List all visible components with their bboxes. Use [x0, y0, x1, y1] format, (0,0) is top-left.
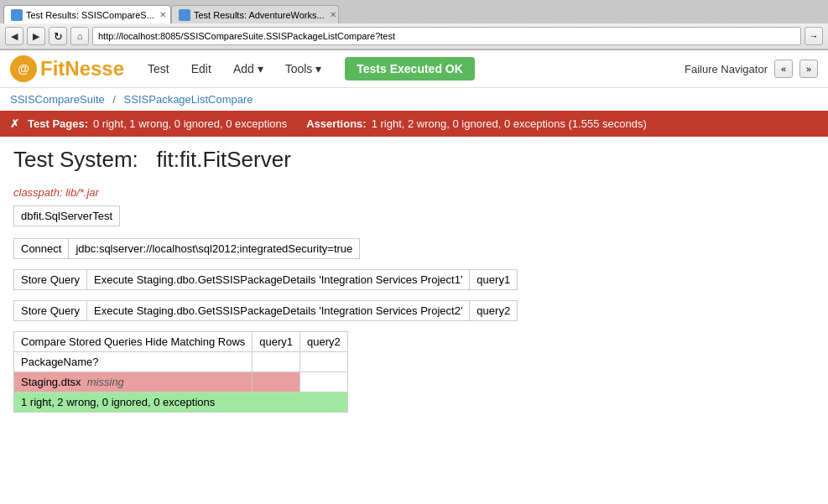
compare-col-empty-1 [253, 352, 300, 372]
browser-tabs: Test Results: SSISCompareS... ✕ Test Res… [0, 0, 828, 23]
store-query-var-1: query1 [470, 270, 518, 290]
class-name-box: dbfit.SqlServerTest [13, 205, 120, 226]
store-query-command-1: Execute Staging.dbo.GetSSISPackageDetail… [87, 270, 470, 290]
logo-icon: @ [10, 55, 37, 82]
compare-header-q1: query1 [253, 332, 300, 352]
main-content: Test System: fit:fit.FitServer classpath… [0, 137, 828, 426]
go-button[interactable]: → [805, 27, 823, 45]
browser-tab-inactive[interactable]: Test Results: AdventureWorks... ✕ [171, 5, 339, 23]
test-pages-value: 0 right, 1 wrong, 0 ignored, 0 exception… [93, 117, 287, 130]
compare-col-empty-2 [300, 352, 348, 372]
fitnesse-header: @ FitNesse Test Edit Add ▾ Tools ▾ Tests… [0, 50, 828, 88]
missing-label: missing [87, 376, 124, 388]
compare-missing-row: Staging.dtsx missing [14, 372, 348, 392]
store-query-label-2: Store Query [14, 301, 87, 321]
tab-favicon-1 [11, 9, 23, 21]
breadcrumb-separator: / [112, 93, 116, 106]
compare-col-header-row: PackageName? [14, 352, 348, 372]
tab-close-2[interactable]: ✕ [330, 10, 336, 19]
compare-header-q2: query2 [300, 332, 348, 352]
tab-label-2: Test Results: AdventureWorks... [194, 10, 325, 20]
compare-summary-row: 1 right, 2 wrong, 0 ignored, 0 exception… [14, 392, 348, 413]
refresh-button[interactable]: ↻ [49, 27, 67, 45]
browser-tab-active[interactable]: Test Results: SSISCompareS... ✕ [3, 5, 171, 23]
failure-nav-prev[interactable]: « [774, 60, 793, 78]
tests-executed-ok-button[interactable]: Tests Executed OK [345, 57, 475, 81]
nav-menu: Test Edit Add ▾ Tools ▾ [138, 58, 331, 80]
compare-table: Compare Stored Queries Hide Matching Row… [13, 331, 348, 413]
tab-close-1[interactable]: ✕ [159, 10, 166, 19]
nav-test[interactable]: Test [138, 58, 180, 80]
home-button[interactable]: ⌂ [70, 27, 89, 45]
store-query-table-1: Store Query Execute Staging.dbo.GetSSISP… [13, 269, 518, 290]
breadcrumb-item-page[interactable]: SSISPackageListCompare [124, 93, 253, 106]
nav-add[interactable]: Add ▾ [223, 58, 273, 80]
back-button[interactable]: ◀ [5, 27, 23, 45]
store-query-table-2: Store Query Execute Staging.dbo.GetSSISP… [13, 300, 518, 321]
browser-chrome: Test Results: SSISCompareS... ✕ Test Res… [0, 0, 828, 50]
tab-favicon-2 [179, 9, 190, 21]
address-bar[interactable] [92, 27, 801, 45]
failure-navigator-label: Failure Navigator [685, 63, 768, 75]
summary-bar: ✗ Test Pages: 0 right, 1 wrong, 0 ignore… [0, 111, 828, 137]
store-query-command-2: Execute Staging.dbo.GetSSISPackageDetail… [87, 301, 470, 321]
connect-table: Connect jdbc:sqlserver://localhost\sql20… [13, 238, 360, 259]
tab-label-1: Test Results: SSISCompareS... [26, 10, 154, 20]
fitnesse-logo[interactable]: @ FitNesse [10, 55, 124, 82]
test-pages-label: Test Pages: [28, 117, 88, 130]
nav-tools[interactable]: Tools ▾ [275, 58, 332, 80]
connect-label: Connect [14, 239, 69, 259]
breadcrumb-item-suite[interactable]: SSISCompareSuite [10, 93, 105, 106]
logo-suffix: Nesse [65, 57, 124, 80]
compare-header-row: Compare Stored Queries Hide Matching Row… [14, 332, 348, 352]
logo-prefix: Fit [40, 57, 65, 80]
browser-toolbar: ◀ ▶ ↻ ⌂ → [0, 23, 828, 49]
test-system-value: fit:fit.FitServer [157, 147, 291, 172]
logo-text: FitNesse [40, 57, 124, 81]
forward-button[interactable]: ▶ [27, 27, 45, 45]
staging-dtsx-label: Staging.dtsx [21, 376, 81, 388]
summary-icon: ✗ [10, 117, 19, 130]
compare-col-header: PackageName? [14, 352, 253, 372]
header-right: Failure Navigator « » [685, 60, 818, 78]
compare-missing-q1 [253, 372, 300, 392]
classpath: classpath: lib/*.jar [13, 186, 815, 199]
compare-missing-cell: Staging.dtsx missing [14, 372, 253, 392]
failure-nav-next[interactable]: » [799, 60, 818, 78]
connect-value: jdbc:sqlserver://localhost\sql2012;integ… [69, 239, 360, 259]
store-query-label-1: Store Query [14, 270, 87, 290]
compare-missing-q2 [300, 372, 348, 392]
test-system-title: Test System: fit:fit.FitServer [13, 147, 815, 173]
compare-header-main: Compare Stored Queries Hide Matching Row… [14, 332, 253, 352]
compare-summary-cell: 1 right, 2 wrong, 0 ignored, 0 exception… [14, 392, 348, 413]
assertions-label: Assertions: [306, 117, 367, 130]
nav-edit[interactable]: Edit [181, 58, 221, 80]
test-system-label: Test System: [13, 147, 138, 172]
breadcrumb: SSISCompareSuite / SSISPackageListCompar… [0, 88, 828, 111]
assertions-value: 1 right, 2 wrong, 0 ignored, 0 exception… [372, 117, 647, 130]
store-query-var-2: query2 [470, 301, 518, 321]
